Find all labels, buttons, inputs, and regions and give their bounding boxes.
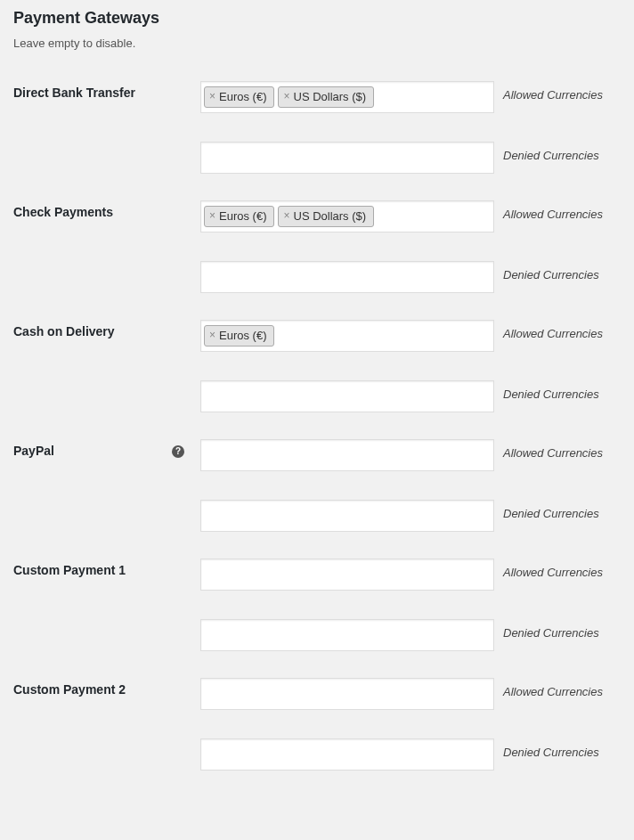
currency-input-paypal-allowed[interactable] <box>200 439 494 471</box>
currency-input-custom-payment-2-allowed[interactable] <box>200 678 494 710</box>
remove-tag-icon[interactable]: × <box>283 90 289 104</box>
currency-input-custom-payment-1-denied[interactable] <box>200 619 494 651</box>
help-icon[interactable]: ? <box>172 445 184 458</box>
gateway-label-text: Cash on Delivery <box>13 324 115 338</box>
currency-input-check-payments-allowed[interactable]: ×Euros (€)×US Dollars ($) <box>200 200 494 232</box>
denied-currencies-label: Denied Currencies <box>503 380 599 401</box>
remove-tag-icon[interactable]: × <box>209 329 215 343</box>
gateway-fields: Allowed CurrenciesDenied Currencies <box>191 426 621 545</box>
currency-input-custom-payment-2-denied[interactable] <box>200 738 494 771</box>
gateway-row-custom-payment-2: Custom Payment 2Allowed CurrenciesDenied… <box>13 665 621 784</box>
allowed-row: Allowed Currencies <box>200 678 612 710</box>
gateway-label-text: PayPal <box>13 444 54 458</box>
denied-currencies-label: Denied Currencies <box>503 500 599 520</box>
gateway-label-text: Check Payments <box>13 205 113 219</box>
allowed-currencies-label: Allowed Currencies <box>503 320 603 340</box>
denied-currencies-label: Denied Currencies <box>503 738 599 759</box>
allowed-row: Allowed Currencies <box>200 439 612 471</box>
allowed-currencies-label: Allowed Currencies <box>503 439 603 460</box>
denied-currencies-label: Denied Currencies <box>503 261 599 281</box>
currency-input-paypal-denied[interactable] <box>200 500 494 532</box>
currency-tag-label: Euros (€) <box>219 209 266 224</box>
remove-tag-icon[interactable]: × <box>209 209 215 224</box>
gateway-row-cash-on-delivery: Cash on Delivery×Euros (€)Allowed Curren… <box>13 306 621 426</box>
denied-currencies-label: Denied Currencies <box>503 142 599 162</box>
gateway-label-text: Direct Bank Transfer <box>13 86 135 100</box>
allowed-currencies-label: Allowed Currencies <box>503 678 603 698</box>
gateway-label: Custom Payment 1 <box>13 545 191 665</box>
gateway-fields: ×Euros (€)×US Dollars ($)Allowed Currenc… <box>191 68 621 187</box>
denied-row: Denied Currencies <box>200 500 612 532</box>
gateway-label-text: Custom Payment 2 <box>13 682 126 697</box>
denied-currencies-label: Denied Currencies <box>503 619 599 640</box>
gateway-fields: Allowed CurrenciesDenied Currencies <box>191 545 621 665</box>
currency-tag: ×Euros (€) <box>204 86 274 109</box>
gateway-row-paypal: PayPal?Allowed CurrenciesDenied Currenci… <box>13 426 621 545</box>
currency-input-direct-bank-transfer-denied[interactable] <box>200 142 494 174</box>
gateway-label-text: Custom Payment 1 <box>13 563 126 577</box>
allowed-row: ×Euros (€)Allowed Currencies <box>200 320 612 352</box>
currency-input-custom-payment-1-allowed[interactable] <box>200 559 494 591</box>
gateways-table: Direct Bank Transfer×Euros (€)×US Dollar… <box>13 68 621 784</box>
gateway-row-custom-payment-1: Custom Payment 1Allowed CurrenciesDenied… <box>13 545 621 665</box>
allowed-currencies-label: Allowed Currencies <box>503 81 603 102</box>
allowed-currencies-label: Allowed Currencies <box>503 559 603 579</box>
currency-tag-label: Euros (€) <box>219 329 266 344</box>
denied-row: Denied Currencies <box>200 380 612 412</box>
currency-input-check-payments-denied[interactable] <box>200 261 494 293</box>
allowed-currencies-label: Allowed Currencies <box>503 200 603 221</box>
gateway-label: Custom Payment 2 <box>13 665 191 784</box>
page-heading: Payment Gateways <box>13 9 621 28</box>
remove-tag-icon[interactable]: × <box>209 90 215 104</box>
currency-tag: ×US Dollars ($) <box>278 86 374 109</box>
denied-row: Denied Currencies <box>200 619 612 651</box>
currency-tag: ×US Dollars ($) <box>278 206 374 228</box>
gateway-row-check-payments: Check Payments×Euros (€)×US Dollars ($)A… <box>13 187 621 306</box>
denied-row: Denied Currencies <box>200 261 612 293</box>
currency-input-cash-on-delivery-allowed[interactable]: ×Euros (€) <box>200 320 494 352</box>
denied-row: Denied Currencies <box>200 142 612 174</box>
currency-tag-label: US Dollars ($) <box>294 209 367 224</box>
gateway-fields: ×Euros (€)×US Dollars ($)Allowed Currenc… <box>191 187 621 306</box>
currency-tag-label: Euros (€) <box>219 90 266 105</box>
gateway-label: Direct Bank Transfer <box>13 68 191 187</box>
allowed-row: ×Euros (€)×US Dollars ($)Allowed Currenc… <box>200 81 612 113</box>
remove-tag-icon[interactable]: × <box>283 209 289 224</box>
gateway-label: PayPal? <box>13 426 191 545</box>
allowed-row: Allowed Currencies <box>200 559 612 591</box>
allowed-row: ×Euros (€)×US Dollars ($)Allowed Currenc… <box>200 200 612 232</box>
currency-input-direct-bank-transfer-allowed[interactable]: ×Euros (€)×US Dollars ($) <box>200 81 494 113</box>
currency-tag-label: US Dollars ($) <box>294 90 367 105</box>
currency-input-cash-on-delivery-denied[interactable] <box>200 380 494 412</box>
gateway-label: Check Payments <box>13 187 191 306</box>
gateway-row-direct-bank-transfer: Direct Bank Transfer×Euros (€)×US Dollar… <box>13 68 621 187</box>
page-subtitle: Leave empty to disable. <box>13 37 621 50</box>
gateway-label: Cash on Delivery <box>13 306 191 426</box>
currency-tag: ×Euros (€) <box>204 206 274 228</box>
gateway-fields: ×Euros (€)Allowed CurrenciesDenied Curre… <box>191 306 621 426</box>
gateway-fields: Allowed CurrenciesDenied Currencies <box>191 665 621 784</box>
currency-tag: ×Euros (€) <box>204 325 274 347</box>
denied-row: Denied Currencies <box>200 738 612 771</box>
